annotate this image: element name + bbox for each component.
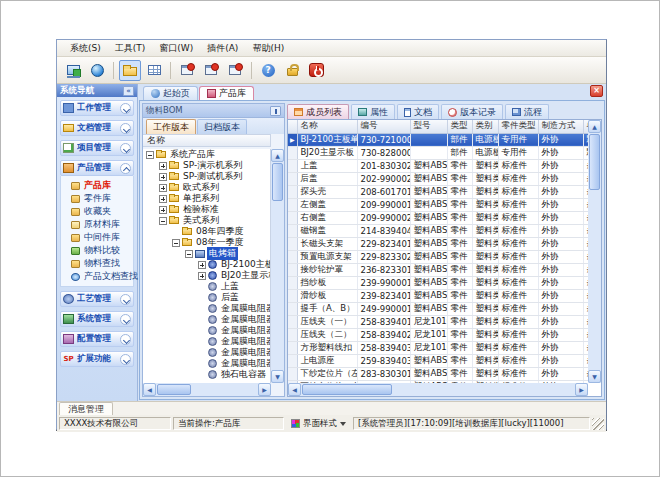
cell-name[interactable]: 右侧盖: [297, 211, 357, 224]
cell-name[interactable]: 上电源座: [297, 354, 357, 367]
cell-category[interactable]: 塑料类: [472, 341, 498, 354]
cell-category[interactable]: 塑料类: [472, 224, 498, 237]
table-row[interactable]: 方形塑料线扣 258-839403-00I 尼龙1010 零件 塑料类 标准件 …: [288, 341, 588, 354]
cell-make-method[interactable]: 外协: [538, 263, 583, 276]
cell-number[interactable]: 249-990001-01I: [357, 302, 410, 315]
table-row[interactable]: 下纱定位片（左） 283-830301-00I 塑料ABS 零件 塑料类 标准件…: [288, 367, 588, 380]
column-header[interactable]: 制造方式: [538, 120, 583, 133]
cell-part-type[interactable]: 标准件: [498, 328, 538, 341]
cell-name[interactable]: 挡纱板: [297, 276, 357, 289]
chevron-down-icon[interactable]: [120, 143, 131, 154]
cell-model[interactable]: 尼龙1010: [410, 315, 447, 328]
cell-number[interactable]: 214-839404-01I: [357, 224, 410, 237]
window-new-icon[interactable]: [176, 60, 198, 81]
detail-tab[interactable]: 文档: [397, 104, 439, 119]
table-row[interactable]: 探头壳 208-601701-01I 塑料ABS 零件 塑料类 标准件 外协 条: [288, 185, 588, 198]
sidebar-group-header[interactable]: 工作管理: [60, 100, 134, 116]
cell-name[interactable]: BJ20主显示板: [297, 146, 357, 159]
cell-make-method[interactable]: 外协: [538, 159, 583, 172]
scroll-left-icon[interactable]: ◀: [143, 383, 156, 396]
sidebar-item[interactable]: 物料查找: [71, 257, 133, 270]
cell-name[interactable]: 长磁头支架: [297, 237, 357, 250]
cell-model[interactable]: 塑料ABS: [410, 354, 447, 367]
ui-style-dropdown[interactable]: 界面样式: [286, 417, 351, 430]
cell-model[interactable]: [410, 146, 447, 159]
cell-type[interactable]: 零件: [447, 172, 472, 185]
close-icon[interactable]: ×: [590, 85, 603, 97]
tree-expander-icon[interactable]: [146, 151, 154, 159]
table-row[interactable]: 滑纱板 239-823401-00I 塑料ABS 零件 塑料类 标准件 外协 条: [288, 289, 588, 302]
menu-item[interactable]: 帮助(H): [245, 40, 291, 57]
table-row[interactable]: 长磁头支架 229-823401-00I 塑料ABS 零件 塑料类 标准件 外协…: [288, 237, 588, 250]
cell-model[interactable]: 塑料ABS: [410, 211, 447, 224]
cell-make-method[interactable]: 外协: [538, 133, 583, 146]
tree-expander-icon[interactable]: [172, 239, 180, 247]
cell-category[interactable]: 塑料类: [472, 211, 498, 224]
cell-make-method[interactable]: 外协: [538, 328, 583, 341]
cell-part-type[interactable]: 标准件: [498, 159, 538, 172]
cell-name[interactable]: 下纱定位片（左）: [297, 367, 357, 380]
cell-name[interactable]: 后盖: [297, 172, 357, 185]
scroll-up-icon[interactable]: ▲: [271, 149, 284, 162]
sidebar-item[interactable]: 物料比较: [71, 244, 133, 257]
scrollbar-thumb[interactable]: [302, 384, 392, 395]
scroll-down-icon[interactable]: ▼: [271, 370, 284, 383]
version-tab[interactable]: 工作版本: [146, 119, 196, 134]
cell-number[interactable]: 202-990002-01I: [357, 172, 410, 185]
cell-category[interactable]: 塑料类: [472, 302, 498, 315]
chevron-down-icon[interactable]: [120, 103, 131, 114]
cell-part-type[interactable]: 标准件: [498, 185, 538, 198]
cell-type[interactable]: 零件: [447, 367, 472, 380]
cell-model[interactable]: 塑料ABS: [410, 237, 447, 250]
cell-type[interactable]: 部件: [447, 133, 472, 146]
table-row[interactable]: 后盖 202-990002-01I 塑料ABS 零件 塑料类 标准件 外协 条: [288, 172, 588, 185]
cell-category[interactable]: 塑料类: [472, 159, 498, 172]
cell-part-type[interactable]: 标准件: [498, 224, 538, 237]
cell-category[interactable]: 塑料类: [472, 185, 498, 198]
sidebar-item[interactable]: 中间件库: [71, 231, 133, 244]
column-header[interactable]: 类型: [447, 120, 472, 133]
tree-expander-icon[interactable]: [159, 206, 167, 214]
cell-type[interactable]: 部件: [447, 146, 472, 159]
cell-number[interactable]: 229-823302-00I: [357, 250, 410, 263]
cell-make-method[interactable]: 外协: [538, 224, 583, 237]
grid-horizontal-scrollbar[interactable]: ◀ ▶: [288, 383, 588, 396]
tree-expander-icon[interactable]: [159, 217, 167, 225]
tree-expander-icon[interactable]: [159, 162, 167, 170]
cell-number[interactable]: 239-990001-01I: [357, 276, 410, 289]
table-row[interactable]: 提手（A、B） 249-990001-01I 塑料ABS 零件 塑料类 标准件 …: [288, 302, 588, 315]
cell-number[interactable]: 730-828000-04I: [357, 146, 410, 159]
scroll-up-icon[interactable]: ▲: [588, 120, 601, 133]
chevron-down-icon[interactable]: [120, 123, 131, 134]
cell-make-method[interactable]: 外协: [538, 172, 583, 185]
tree-expander-icon[interactable]: [159, 184, 167, 192]
cell-type[interactable]: 零件: [447, 276, 472, 289]
scroll-right-icon[interactable]: ▶: [258, 383, 271, 396]
cell-part-type[interactable]: 标准件: [498, 289, 538, 302]
chevron-down-icon[interactable]: [120, 314, 131, 325]
cell-category[interactable]: 塑料类: [472, 237, 498, 250]
scrollbar-thumb[interactable]: [589, 134, 600, 190]
cell-name[interactable]: 接纱轮护罩: [297, 263, 357, 276]
cell-model[interactable]: 塑料ABS: [410, 302, 447, 315]
cell-type[interactable]: 零件: [447, 263, 472, 276]
chevron-down-icon[interactable]: [120, 334, 131, 345]
cell-name[interactable]: 探头壳: [297, 185, 357, 198]
lock-icon[interactable]: [281, 60, 303, 81]
folder-open-icon[interactable]: [119, 60, 141, 81]
cell-model[interactable]: 塑料ABS: [410, 172, 447, 185]
cell-model[interactable]: 塑料ABS: [410, 276, 447, 289]
cell-type[interactable]: 零件: [447, 250, 472, 263]
tree-horizontal-scrollbar[interactable]: ◀ ▶: [143, 383, 271, 396]
table-row[interactable]: 挡纱板 239-990001-01I 塑料ABS 零件 塑料类 标准件 外协 条: [288, 276, 588, 289]
cell-category[interactable]: 塑料类: [472, 276, 498, 289]
tree-node[interactable]: BJ20主显示板: [143, 270, 270, 281]
cell-make-method[interactable]: 外协: [538, 315, 583, 328]
document-tab[interactable]: 起始页: [143, 86, 198, 100]
grid-vertical-scrollbar[interactable]: ▲ ▼: [588, 120, 601, 383]
detail-tab[interactable]: 成员列表: [287, 104, 349, 119]
pin-icon[interactable]: [270, 106, 281, 116]
cell-model[interactable]: [410, 133, 447, 146]
cell-part-type[interactable]: 标准件: [498, 302, 538, 315]
cell-part-type[interactable]: 标准件: [498, 172, 538, 185]
